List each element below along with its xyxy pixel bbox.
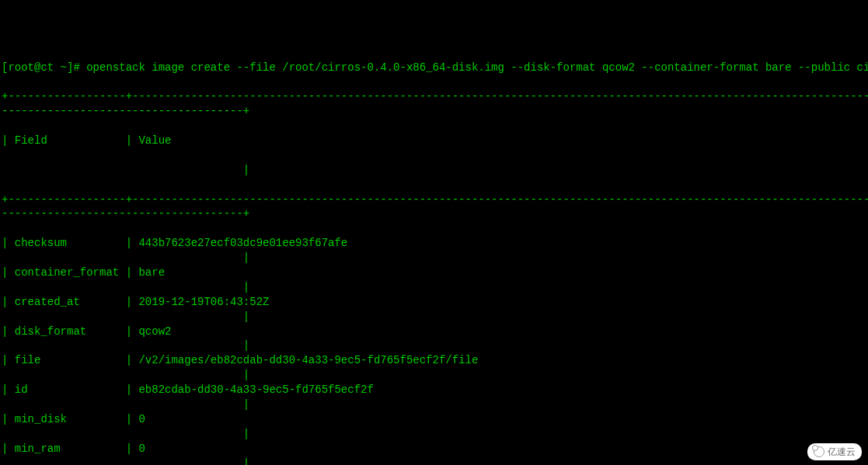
watermark-text: 亿速云: [828, 446, 856, 458]
table-header-spacer: |: [2, 163, 868, 178]
shell-prompt-line: [root@ct ~]# openstack image create --fi…: [2, 61, 868, 75]
table-top-border: +------------------+--------------------…: [2, 89, 868, 119]
table-header-row: | Field | Value: [2, 134, 868, 148]
table-body: | checksum | 443b7623e27ecf03dc9e01ee93f…: [2, 236, 868, 465]
table-header-border: +------------------+--------------------…: [2, 193, 868, 222]
watermark-badge: 亿速云: [807, 443, 862, 460]
cloud-icon: [814, 446, 824, 457]
